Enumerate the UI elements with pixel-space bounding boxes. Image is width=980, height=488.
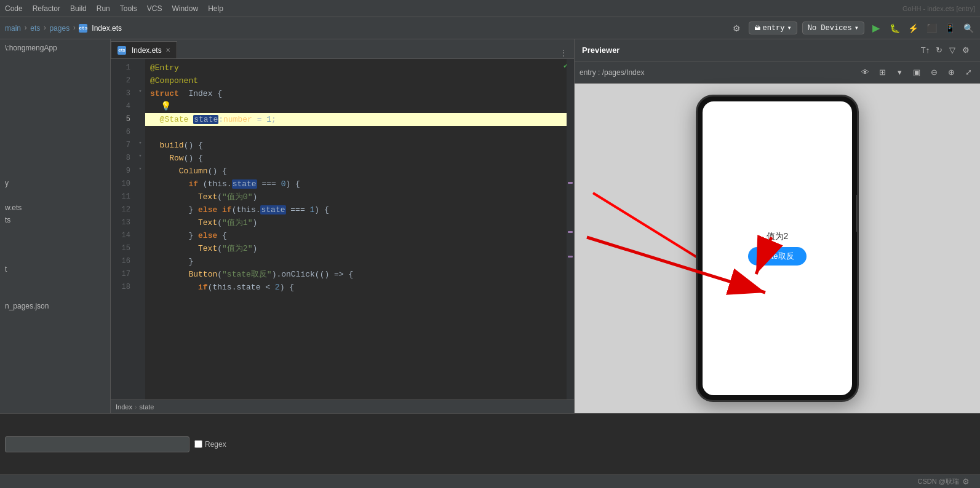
menu-build[interactable]: Build: [70, 4, 87, 13]
previewer-zoom-in[interactable]: ⊕: [944, 66, 958, 79]
debug-button[interactable]: 🐛: [888, 22, 901, 35]
breadcrumb-state[interactable]: state: [140, 403, 154, 411]
code-line-17[interactable]: Button("state取反").onClick(() => {: [145, 268, 574, 281]
previewer-layers[interactable]: ⊞: [875, 66, 889, 79]
code-line-2[interactable]: @Component: [145, 74, 574, 87]
breadcrumb: main › ets › pages › ets Index.ets: [5, 24, 727, 33]
sidebar-item-wets[interactable]: w.ets: [0, 202, 110, 214]
bottom-search-bar: Regex: [0, 414, 980, 474]
previewer-panel: Previewer T↑ ↻ ▽ ⚙ entry : /pages/Index …: [574, 39, 980, 413]
breadcrumb-ets[interactable]: ets: [30, 24, 40, 33]
previewer-gear[interactable]: ⚙: [959, 44, 973, 57]
ln-4: 4: [111, 100, 135, 113]
scroll-track: [567, 59, 574, 399]
code-line-12[interactable]: } else if(this.state === 1) {: [145, 203, 574, 216]
breadcrumb-index[interactable]: Index: [116, 403, 132, 411]
menu-help[interactable]: Help: [208, 4, 223, 13]
regex-checkbox-container: Regex: [194, 440, 226, 449]
ln-2: 2: [111, 74, 135, 87]
ln-11: 11: [111, 191, 135, 203]
previewer-settings[interactable]: T↑: [918, 44, 932, 57]
ln-10: 10: [111, 178, 135, 191]
run-button[interactable]: ▶: [869, 22, 883, 35]
code-line-1[interactable]: @Entry: [145, 61, 574, 74]
tab-bar: ets Index.ets ✕ ⋮: [111, 39, 574, 59]
sidebar-item-pages-json[interactable]: n_pages.json: [0, 300, 110, 312]
sidebar-item-y[interactable]: y: [0, 177, 110, 189]
code-line-7[interactable]: build() {: [145, 139, 574, 152]
previewer-zoom-out[interactable]: ⊖: [927, 66, 941, 79]
menu-refactor[interactable]: Refactor: [33, 4, 60, 13]
phone-state-button[interactable]: state取反: [748, 247, 806, 266]
bottom-panel: Regex: [0, 413, 980, 474]
device-selector[interactable]: No Devices ▾: [802, 22, 864, 34]
status-settings[interactable]: ⚙: [959, 475, 973, 489]
code-line-11[interactable]: Text("值为0"): [145, 191, 574, 203]
entry-label: entry: [763, 24, 785, 33]
regex-checkbox[interactable]: [194, 440, 202, 448]
toolbar-right: ⚙ 🏔 entry ▾ No Devices ▾ ▶ 🐛 ⚡ ⬛ 📱 🔍: [730, 22, 976, 35]
menu-run[interactable]: Run: [97, 4, 110, 13]
fold-struct[interactable]: ▾: [135, 85, 145, 98]
fold-row[interactable]: ▾: [135, 149, 145, 162]
code-line-8[interactable]: Row() {: [145, 152, 574, 165]
menu-code[interactable]: Code: [5, 4, 23, 13]
code-line-16[interactable]: }: [145, 255, 574, 268]
ln-3: 3: [111, 87, 135, 100]
sidebar-item-t[interactable]: t: [0, 263, 110, 275]
menu-bar: Code Refactor Build Run Tools VCS Window…: [0, 0, 980, 17]
code-line-14[interactable]: } else {: [145, 229, 574, 242]
sidebar-item-hongmengapp[interactable]: \:hongmengApp: [0, 42, 110, 54]
breadcrumb-pages[interactable]: pages: [49, 24, 70, 33]
previewer-frame[interactable]: ▣: [910, 66, 923, 79]
previewer-dropdown[interactable]: ▾: [893, 66, 906, 79]
code-line-6[interactable]: [145, 126, 574, 139]
search-everywhere-button[interactable]: 🔍: [962, 22, 975, 35]
stop-button[interactable]: ⬛: [925, 22, 938, 35]
settings-button[interactable]: ⚙: [730, 22, 744, 35]
device-manager-button[interactable]: 📱: [943, 22, 957, 35]
menu-vcs[interactable]: VCS: [147, 4, 162, 13]
code-line-3[interactable]: struct Index {: [145, 87, 574, 100]
tab-more-icon[interactable]: ⋮: [556, 48, 572, 58]
scroll-indicator-2: [568, 231, 573, 233]
ln-6: 6: [111, 126, 135, 139]
code-line-15[interactable]: Text("值为2"): [145, 242, 574, 255]
editor-area: ets Index.ets ✕ ⋮ 1 2 3 4 5 6 7 8 9 10 1…: [111, 39, 574, 413]
status-text: CSDN @耿瑞: [918, 477, 959, 486]
previewer-title: Previewer: [582, 45, 619, 55]
breadcrumb-main[interactable]: main: [5, 24, 21, 33]
toolbar: main › ets › pages › ets Index.ets ⚙ 🏔 e…: [0, 17, 980, 39]
profile-button[interactable]: ⚡: [906, 22, 920, 35]
tab-index-ets[interactable]: ets Index.ets ✕: [111, 41, 177, 58]
ln-1: 1: [111, 61, 135, 74]
previewer-expand[interactable]: ⤢: [962, 66, 975, 79]
menu-window[interactable]: Window: [172, 4, 198, 13]
code-line-18[interactable]: if(this.state < 2) {: [145, 281, 574, 294]
code-line-4[interactable]: 💡: [145, 100, 574, 113]
fold-col2[interactable]: ▾: [135, 162, 145, 175]
code-line-9[interactable]: Column() {: [145, 165, 574, 178]
search-input[interactable]: [5, 436, 189, 452]
previewer-eye[interactable]: 👁: [858, 66, 872, 79]
previewer-header: Previewer T↑ ↻ ▽ ⚙: [575, 39, 980, 61]
sidebar-item-ts[interactable]: ts: [0, 214, 110, 226]
ln-9: 9: [111, 165, 135, 178]
code-line-5[interactable]: @State state:number = 1;: [145, 113, 574, 126]
fold-build[interactable]: ▾: [135, 136, 145, 149]
tab-close-icon[interactable]: ✕: [165, 47, 170, 53]
previewer-refresh[interactable]: ↻: [932, 44, 946, 57]
menu-tools[interactable]: Tools: [120, 4, 137, 13]
entry-selector[interactable]: 🏔 entry ▾: [749, 22, 797, 34]
main-area: \:hongmengApp y w.ets ts t n_pages.json …: [0, 39, 980, 413]
breadcrumb-file[interactable]: Index.ets: [92, 24, 122, 33]
code-editor[interactable]: 1 2 3 4 5 6 7 8 9 10 11 12 13 14 15 16 1…: [111, 59, 574, 399]
ln-14: 14: [111, 229, 135, 242]
tab-label: Index.ets: [132, 46, 162, 55]
code-line-10[interactable]: if (this.state === 0) {: [145, 178, 574, 191]
previewer-filter[interactable]: ▽: [946, 44, 959, 57]
fold-col: ▾ ▾ ▾ ▾: [135, 59, 145, 399]
ln-5: 5: [111, 113, 135, 126]
ln-7: 7: [111, 139, 135, 152]
code-line-13[interactable]: Text("值为1"): [145, 216, 574, 229]
